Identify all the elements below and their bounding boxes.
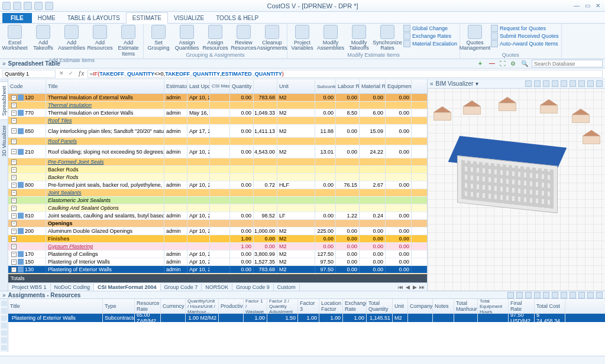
qat-btn[interactable] xyxy=(2,2,11,10)
table-row[interactable]: − 170Plastering of CeilingsadminApr 10, … xyxy=(8,251,427,258)
expand-icon[interactable]: − xyxy=(11,267,17,272)
close-icon[interactable]: ✕ xyxy=(593,2,603,10)
expand-icon[interactable]: − xyxy=(11,206,17,211)
submit-quotes-button[interactable]: Submit Received Quotes xyxy=(491,32,559,40)
col-sub-rate[interactable]: Subcontractor Rate xyxy=(315,79,336,93)
accept-icon[interactable]: ✓ xyxy=(67,70,75,77)
expand-icon[interactable]: − xyxy=(11,128,17,134)
dropdown-icon[interactable]: ▾ xyxy=(475,80,478,87)
cancel-icon[interactable]: ✕ xyxy=(58,70,65,77)
assignment-row[interactable]: Plastering of Exterior Walls Subcontract… xyxy=(8,314,605,322)
expand-icon[interactable]: − xyxy=(11,139,17,144)
first-icon[interactable]: ⏮ xyxy=(397,284,403,290)
sheet-tab[interactable]: CSI MasterFormat 2004 xyxy=(94,284,161,291)
minimize-icon[interactable]: — xyxy=(572,2,581,10)
expand-icon[interactable]: − xyxy=(11,229,17,234)
expand-icon[interactable]: − xyxy=(11,103,17,108)
table-row[interactable]: − 770Thermal Insulation on Exterior Wall… xyxy=(8,109,427,117)
assign-quantities-button[interactable]: Assign Quantities xyxy=(174,25,199,51)
tab-tools-help[interactable]: TOOLS & HELP xyxy=(210,13,264,23)
sheet-tab[interactable]: NORSOK xyxy=(202,284,232,291)
global-change-button[interactable]: Global Change xyxy=(403,25,457,32)
table-row[interactable]: −Roof Tiles xyxy=(8,117,427,125)
tab-visualize[interactable]: VISUALIZE xyxy=(168,13,210,23)
table-row[interactable]: − 850Clay interlocking plain tiles; Sand… xyxy=(8,125,427,138)
excel-worksheet-button[interactable]: Excel Worksheet xyxy=(2,25,27,51)
vtab-3d-visualizer[interactable]: 3D Visualizer xyxy=(0,121,8,161)
vtab-spreadsheet[interactable]: Spreadsheet xyxy=(0,82,8,120)
expand-icon[interactable]: − xyxy=(11,259,17,265)
bim-tool-icon[interactable] xyxy=(534,80,541,87)
col-unit[interactable]: Unit xyxy=(277,79,315,93)
assign-resources-button[interactable]: Assign Resources xyxy=(203,25,228,51)
bim-tool-icon[interactable] xyxy=(552,80,558,87)
col-qty1[interactable]: Quantity 1 xyxy=(230,79,254,93)
tool-icon[interactable] xyxy=(543,292,549,298)
bim-tool-icon[interactable] xyxy=(596,80,603,87)
col-estimator[interactable]: Estimator xyxy=(164,79,187,93)
add-resources-button[interactable]: Add Resources xyxy=(88,25,112,51)
expand-icon[interactable]: − xyxy=(11,236,17,242)
table-row[interactable]: − 800Pre-formed joint seals, backer rod,… xyxy=(8,181,427,189)
tool-icon[interactable] xyxy=(1,330,7,336)
cleanup-assignments-button[interactable]: Cleanup Assignments xyxy=(260,25,284,51)
table-row[interactable]: −Backer Rods xyxy=(8,174,427,181)
assignments-grid[interactable]: Title Type Resource Rate Currency Quanti… xyxy=(8,299,605,352)
tool-icon[interactable] xyxy=(525,292,532,298)
bim-viewport[interactable] xyxy=(428,89,605,291)
grid-body[interactable]: − 120Thermal Insulation of External Wall… xyxy=(8,94,427,274)
expand-icon[interactable]: − xyxy=(11,198,17,203)
table-row[interactable]: − 210Roof cladding; sloping not exceedin… xyxy=(8,145,427,158)
qat-btn[interactable] xyxy=(45,2,53,10)
project-variables-button[interactable]: Project Variables xyxy=(290,25,315,51)
tool-icon[interactable] xyxy=(534,292,541,298)
tool-icon[interactable] xyxy=(578,292,585,298)
expand-icon[interactable]: − xyxy=(11,183,17,188)
synchronize-rates-button[interactable]: Synchronize Rates xyxy=(375,25,400,51)
review-resources-button[interactable]: Review Resources xyxy=(231,25,256,51)
tool-icon[interactable] xyxy=(561,292,567,298)
add-takeoffs-button[interactable]: Add Takeoffs xyxy=(31,25,56,51)
maximize-icon[interactable]: ▭ xyxy=(583,2,592,10)
tool-icon[interactable]: ⚙ xyxy=(510,60,517,67)
formula-input[interactable]: =IF(TAKEOFF_QUANTITY<>0,TAKEOFF_QUANTITY… xyxy=(88,70,603,78)
fx-icon[interactable]: ƒx xyxy=(77,70,85,77)
expand-icon[interactable]: − xyxy=(11,252,17,257)
tool-icon[interactable] xyxy=(1,337,7,343)
expand-icon[interactable]: − xyxy=(11,190,17,196)
file-tab[interactable]: FILE xyxy=(2,13,32,23)
expand-icon[interactable]: − xyxy=(11,213,17,219)
collapse-icon[interactable]: « xyxy=(430,80,433,87)
sheet-tab[interactable]: Project WBS 1 xyxy=(8,284,51,291)
bim-tool-icon[interactable] xyxy=(525,80,532,87)
bim-tool-icon[interactable] xyxy=(543,80,549,87)
expand-icon[interactable]: − xyxy=(11,160,17,165)
expand-icon[interactable]: − xyxy=(11,118,17,124)
set-grouping-button[interactable]: Set Grouping xyxy=(146,25,171,51)
tool-icon[interactable] xyxy=(570,292,576,298)
tool-icon[interactable] xyxy=(552,292,558,298)
expand-icon[interactable]: − xyxy=(11,149,17,154)
col-code[interactable]: Code xyxy=(8,79,46,93)
expand-icon[interactable]: − xyxy=(11,221,17,226)
tool-icon[interactable] xyxy=(1,323,7,328)
expand-icon[interactable]: » xyxy=(2,60,6,67)
table-row[interactable]: −Elastomeric Joint Sealants xyxy=(8,197,427,204)
table-row[interactable]: −Gypsum Plastering1.000.00M20.000.000.00… xyxy=(8,243,427,251)
tool-icon[interactable] xyxy=(516,292,523,298)
modify-takeoffs-button[interactable]: Modify Takeoffs xyxy=(347,25,371,51)
bim-tool-icon[interactable] xyxy=(561,80,567,87)
bim-tool-icon[interactable] xyxy=(570,80,576,87)
material-escalation-button[interactable]: Material Escalation xyxy=(403,40,457,47)
table-row[interactable]: − 810Joint sealants, caulking and sealan… xyxy=(8,212,427,220)
qat-btn[interactable] xyxy=(24,2,32,10)
add-estimate-items-button[interactable]: Add Estimate Items xyxy=(116,25,141,57)
add-icon[interactable]: + xyxy=(478,60,486,67)
table-row[interactable]: −Roof Panels xyxy=(8,138,427,145)
tool-icon[interactable] xyxy=(587,292,594,298)
sheet-tab[interactable]: Custom xyxy=(274,284,300,291)
table-row[interactable]: −Pre-Formed Joint Seals xyxy=(8,158,427,166)
col-last-update[interactable]: Last Update xyxy=(187,79,210,93)
table-row[interactable]: −Thermal Insulation xyxy=(8,102,427,109)
auto-award-button[interactable]: Auto-Award Quote Items xyxy=(491,40,559,47)
